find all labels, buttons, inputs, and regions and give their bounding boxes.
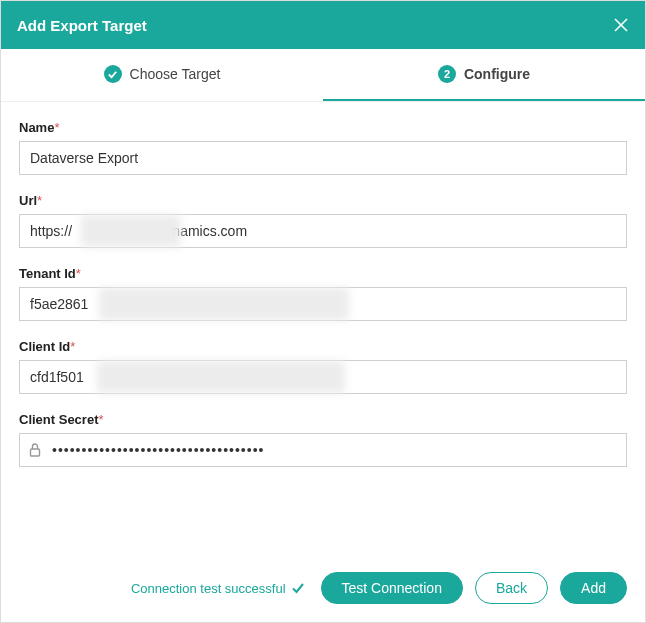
modal-title: Add Export Target: [17, 17, 147, 34]
url-input[interactable]: [19, 214, 627, 248]
check-icon: [104, 65, 122, 83]
client-secret-input[interactable]: [19, 433, 627, 467]
connection-status: Connection test successful: [131, 581, 305, 596]
modal-body: Name* Url* Tenant Id* Client I: [1, 102, 645, 558]
add-button[interactable]: Add: [560, 572, 627, 604]
field-tenant-id: Tenant Id*: [19, 266, 627, 321]
step-label: Configure: [464, 66, 530, 82]
step-number-icon: 2: [438, 65, 456, 83]
name-input[interactable]: [19, 141, 627, 175]
step-configure[interactable]: 2 Configure: [323, 49, 645, 101]
field-name: Name*: [19, 120, 627, 175]
svg-rect-2: [31, 449, 40, 456]
back-button[interactable]: Back: [475, 572, 548, 604]
tenant-id-input[interactable]: [19, 287, 627, 321]
modal-header: Add Export Target: [1, 1, 645, 49]
field-client-id: Client Id*: [19, 339, 627, 394]
client-id-input[interactable]: [19, 360, 627, 394]
label-url: Url*: [19, 193, 627, 208]
modal-footer: Connection test successful Test Connecti…: [1, 558, 645, 622]
lock-icon: [27, 442, 43, 458]
label-client-secret: Client Secret*: [19, 412, 627, 427]
step-label: Choose Target: [130, 66, 221, 82]
label-name: Name*: [19, 120, 627, 135]
test-connection-button[interactable]: Test Connection: [321, 572, 463, 604]
stepper: Choose Target 2 Configure: [1, 49, 645, 102]
label-client-id: Client Id*: [19, 339, 627, 354]
close-icon[interactable]: [613, 17, 629, 33]
field-client-secret: Client Secret*: [19, 412, 627, 467]
field-url: Url*: [19, 193, 627, 248]
label-tenant-id: Tenant Id*: [19, 266, 627, 281]
step-choose-target[interactable]: Choose Target: [1, 49, 323, 101]
check-icon: [291, 581, 305, 595]
add-export-target-modal: Add Export Target Choose Target 2 Config…: [0, 0, 646, 623]
